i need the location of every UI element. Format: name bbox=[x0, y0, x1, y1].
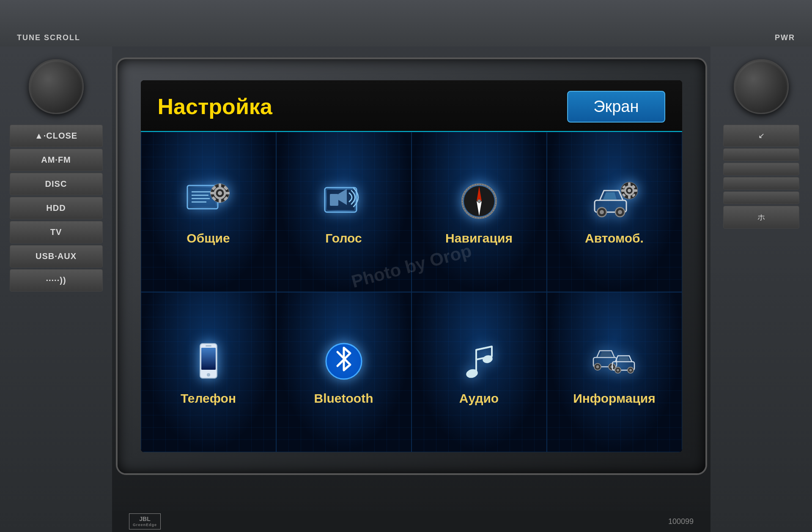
menu-item-general[interactable]: Общие bbox=[141, 132, 276, 292]
sound-button[interactable]: ·····)) bbox=[10, 269, 103, 292]
svg-rect-10 bbox=[219, 199, 221, 203]
right-btn-3[interactable] bbox=[723, 163, 799, 175]
bottom-bar: JBL GreenEdge 100099 bbox=[112, 511, 710, 532]
screen-title: Настройка bbox=[158, 94, 272, 119]
bluetooth-label: Bluetooth bbox=[314, 391, 373, 406]
traffic-info-icon bbox=[591, 341, 638, 382]
menu-grid: Общие bbox=[141, 132, 682, 452]
screen-tab[interactable]: Экран bbox=[567, 91, 665, 123]
jbl-brand-label: JBL bbox=[133, 516, 157, 523]
settings-screen-icon bbox=[185, 181, 232, 221]
menu-item-phone[interactable]: Телефон bbox=[141, 292, 276, 452]
right-btn-6[interactable]: ホ bbox=[723, 206, 799, 229]
phone-label: Телефон bbox=[181, 391, 236, 406]
navigation-label: Навигация bbox=[445, 231, 513, 246]
svg-line-52 bbox=[476, 346, 492, 350]
general-label: Общие bbox=[187, 231, 230, 246]
svg-rect-37 bbox=[621, 189, 625, 192]
svg-rect-9 bbox=[219, 183, 221, 188]
svg-rect-45 bbox=[201, 348, 216, 370]
voice-speaker-icon bbox=[321, 181, 367, 221]
voice-label: Голос bbox=[325, 231, 362, 246]
disc-button[interactable]: DISC bbox=[10, 173, 103, 195]
car-settings-icon bbox=[591, 181, 638, 221]
screen-bezel: Настройка Экран Photo by Orop bbox=[118, 59, 705, 473]
menu-item-bluetooth[interactable]: Bluetooth bbox=[276, 292, 411, 452]
svg-rect-35 bbox=[628, 183, 631, 186]
hdd-button[interactable]: HDD bbox=[10, 197, 103, 219]
left-panel: ▲·CLOSE AM·FM DISC HDD TV USB·AUX ·····)… bbox=[0, 46, 112, 532]
svg-point-31 bbox=[618, 210, 622, 214]
tune-knob[interactable] bbox=[29, 59, 84, 114]
left-buttons: ▲·CLOSE AM·FM DISC HDD TV USB·AUX ·····)… bbox=[10, 125, 103, 292]
svg-point-60 bbox=[617, 369, 619, 371]
bluetooth-icon-wrap bbox=[316, 338, 371, 385]
amfm-button[interactable]: AM·FM bbox=[10, 149, 103, 171]
bluetooth-icon bbox=[321, 341, 367, 382]
main-screen: Настройка Экран Photo by Orop bbox=[141, 80, 682, 452]
music-note-icon bbox=[456, 341, 502, 382]
jbl-badge: JBL GreenEdge bbox=[129, 513, 161, 529]
navigation-compass-icon bbox=[456, 181, 502, 221]
svg-point-62 bbox=[629, 369, 632, 371]
tv-button[interactable]: TV bbox=[10, 221, 103, 243]
info-icon-wrap bbox=[587, 338, 642, 385]
tune-scroll-label: TUNE SCROLL bbox=[17, 33, 80, 42]
jbl-sub-label: GreenEdge bbox=[133, 523, 157, 527]
right-panel: ↙ ホ bbox=[710, 46, 812, 532]
menu-item-navigation[interactable]: Навигация bbox=[411, 132, 547, 292]
menu-item-voice[interactable]: Голос bbox=[276, 132, 411, 292]
navigation-icon-wrap bbox=[452, 178, 507, 225]
pwr-label: PWR bbox=[775, 33, 795, 42]
info-label: Информация bbox=[573, 391, 656, 406]
version-number: 100099 bbox=[668, 517, 694, 526]
svg-point-34 bbox=[628, 189, 631, 192]
svg-rect-19 bbox=[330, 194, 338, 206]
general-icon-wrap bbox=[181, 178, 236, 225]
vehicle-icon-wrap bbox=[587, 178, 642, 225]
menu-item-info[interactable]: Информация bbox=[547, 292, 682, 452]
phone-device-icon bbox=[185, 341, 232, 382]
right-btn-4[interactable] bbox=[723, 177, 799, 190]
usbaux-button[interactable]: USB·AUX bbox=[10, 245, 103, 267]
top-bar: TUNE SCROLL PWR bbox=[0, 0, 812, 46]
svg-rect-36 bbox=[628, 195, 631, 199]
phone-icon-wrap bbox=[181, 338, 236, 385]
right-btn-1[interactable]: ↙ bbox=[723, 125, 799, 147]
svg-rect-11 bbox=[210, 192, 214, 194]
pwr-knob[interactable] bbox=[734, 59, 789, 114]
svg-rect-12 bbox=[225, 192, 230, 194]
svg-point-55 bbox=[596, 366, 599, 368]
svg-point-46 bbox=[207, 373, 210, 376]
right-buttons: ↙ ホ bbox=[723, 125, 799, 229]
head-unit: TUNE SCROLL PWR ▲·CLOSE AM·FM DISC HDD T… bbox=[0, 0, 812, 532]
voice-icon-wrap bbox=[316, 178, 371, 225]
screen-header: Настройка Экран bbox=[141, 80, 682, 132]
audio-icon-wrap bbox=[452, 338, 507, 385]
right-btn-2[interactable] bbox=[723, 148, 799, 161]
vehicle-label: Автомоб. bbox=[585, 231, 644, 246]
svg-point-26 bbox=[477, 199, 481, 203]
close-button[interactable]: ▲·CLOSE bbox=[10, 125, 103, 147]
svg-rect-38 bbox=[634, 189, 637, 192]
right-btn-5[interactable] bbox=[723, 191, 799, 204]
svg-rect-47 bbox=[206, 345, 211, 346]
svg-point-29 bbox=[600, 210, 604, 214]
audio-label: Аудио bbox=[459, 391, 499, 406]
menu-item-vehicle[interactable]: Автомоб. bbox=[547, 132, 682, 292]
svg-point-8 bbox=[218, 191, 222, 195]
menu-item-audio[interactable]: Аудио bbox=[411, 292, 547, 452]
